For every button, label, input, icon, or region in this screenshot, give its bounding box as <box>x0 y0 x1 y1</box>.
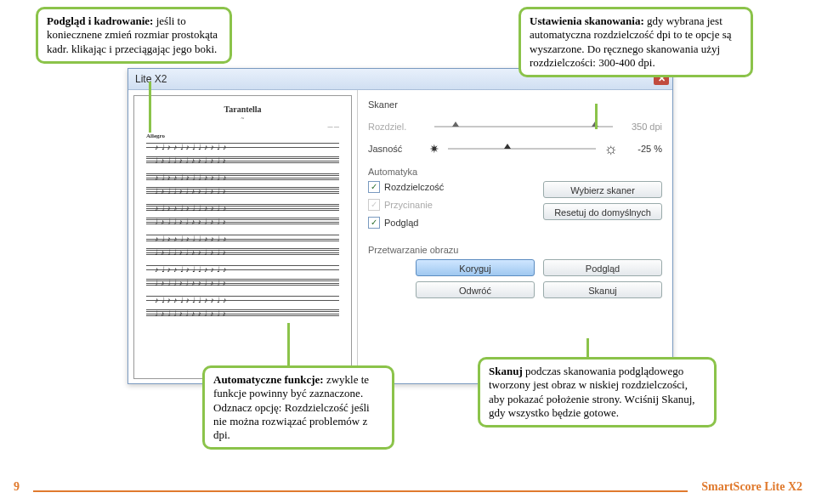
check-przycinanie: ✓ Przycinanie <box>368 199 535 211</box>
reset-defaults-button[interactable]: Resetuj do domyślnych <box>543 203 662 220</box>
controls-pane: Skaner Rozdziel. 350 dpi Jasność ✷ ☼ -25… <box>358 90 672 384</box>
connector <box>595 104 598 129</box>
connector <box>149 82 151 133</box>
callout-scan-settings: Ustawienia skanowania: gdy wybrana jest … <box>518 7 753 77</box>
callout-title: Ustawienia skanowania: <box>530 14 644 27</box>
check-label: Przycinanie <box>384 200 433 210</box>
resolution-slider[interactable] <box>434 126 613 127</box>
label-jasnosc: Jasność <box>368 144 428 154</box>
connector <box>287 323 290 365</box>
sheet-tempo: Allegro <box>146 133 339 139</box>
page-number: 9 <box>0 480 33 494</box>
preview-sheet[interactable]: Tarantella ~ — — Allegro ♪♩♪♪♩♪♩♩♪♪♩♪♩♪♩… <box>133 95 352 379</box>
check-rozdzielczosc[interactable]: ✓ Rozdzielczość <box>368 181 535 193</box>
label-przetwarzanie: Przetwarzanie obrazu <box>368 245 662 255</box>
sheet-composer: — — <box>146 124 339 129</box>
preview-button[interactable]: Podgląd <box>543 259 662 276</box>
select-scanner-button[interactable]: Wybierz skaner <box>543 181 662 198</box>
label-skaner: Skaner <box>368 99 428 110</box>
brightness-value: -25 % <box>620 144 662 154</box>
checkbox-icon: ✓ <box>368 181 380 193</box>
preview-pane: Tarantella ~ — — Allegro ♪♩♪♪♩♪♩♩♪♪♩♪♩♪♩… <box>128 90 358 384</box>
scan-button[interactable]: Skanuj <box>543 281 662 298</box>
callout-preview-crop: Podgląd i kadrowanie: jeśli to konieczne… <box>36 7 232 64</box>
sun-big-icon: ☼ <box>604 140 619 158</box>
label-automatyka: Automatyka <box>368 167 662 177</box>
product-name: SmartScore Lite X2 <box>688 480 816 494</box>
correct-button[interactable]: Koryguj <box>416 259 535 276</box>
resolution-value: 350 dpi <box>620 122 662 132</box>
connector <box>586 338 589 357</box>
auto-checks: ✓ Rozdzielczość ✓ Przycinanie ✓ Podgląd <box>368 181 535 235</box>
callout-scan: Skanuj podczas skanowania podglądowego t… <box>478 357 717 428</box>
sheet-title: Tarantella <box>146 105 339 114</box>
sheet-subtitle: ~ <box>146 115 339 122</box>
check-label: Podgląd <box>384 218 418 228</box>
invert-button[interactable]: Odwróć <box>416 281 535 298</box>
checkbox-icon: ✓ <box>368 199 380 211</box>
page-footer: 9 SmartScore Lite X2 <box>0 480 816 494</box>
callout-auto-functions: Automatyczne funkcje: zwykle te funkcje … <box>202 365 394 450</box>
footer-rule <box>33 490 688 492</box>
label-rozdziel: Rozdziel. <box>368 122 428 132</box>
sun-small-icon: ✷ <box>429 142 439 156</box>
check-label: Rozdzielczość <box>384 182 444 192</box>
check-podglad[interactable]: ✓ Podgląd <box>368 217 535 229</box>
callout-title: Skanuj <box>489 365 523 377</box>
checkbox-icon: ✓ <box>368 217 380 229</box>
scan-dialog: Lite X2 ✕ Tarantella ~ — — Allegro ♪♩♪♪♩… <box>128 68 673 384</box>
callout-title: Automatyczne funkcje: <box>213 373 324 386</box>
brightness-slider[interactable] <box>448 148 596 150</box>
callout-title: Podgląd i kadrowanie: <box>47 14 153 27</box>
